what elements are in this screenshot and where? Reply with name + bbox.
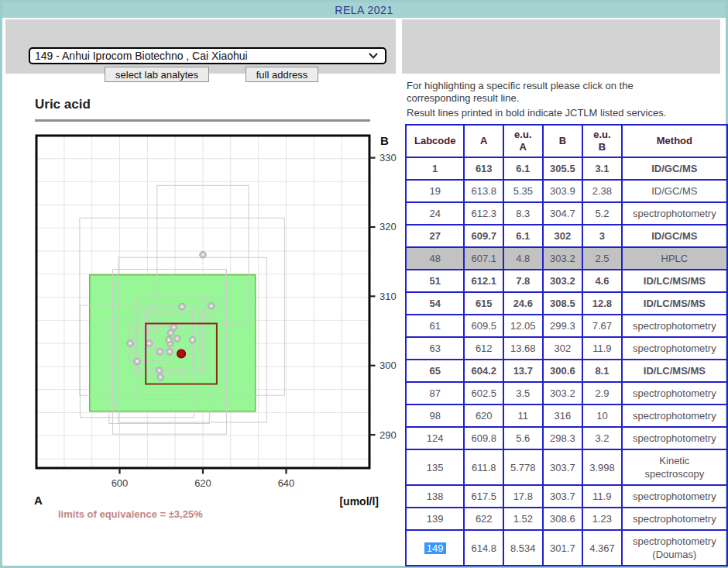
value-cell[interactable]: 8.534 [503, 530, 543, 566]
value-cell[interactable]: 609.5 [464, 315, 503, 337]
value-cell[interactable]: 11.9 [582, 485, 622, 508]
value-cell[interactable]: 612 [464, 337, 503, 360]
value-cell[interactable]: 5.35 [503, 180, 543, 202]
value-cell[interactable]: 3 [582, 225, 622, 247]
value-cell[interactable]: 4.6 [582, 270, 622, 292]
labcode-cell[interactable]: 51 [406, 270, 464, 292]
result-row-65[interactable]: 65604.213.7300.68.1ID/LC/MS/MS [406, 360, 727, 382]
labcode-cell[interactable]: 124 [406, 427, 464, 449]
value-cell[interactable]: 12.8 [582, 292, 622, 315]
value-cell[interactable]: 303.7 [543, 485, 583, 508]
result-row-135[interactable]: 135611.85.778303.73.998Kinetic spectrosc… [406, 449, 727, 485]
value-cell[interactable]: 5.6 [503, 427, 543, 449]
value-cell[interactable]: 13.7 [503, 360, 543, 382]
value-cell[interactable]: 316 [543, 404, 583, 427]
labcode-cell[interactable]: 24 [406, 202, 464, 225]
value-cell[interactable]: 602.5 [464, 382, 503, 404]
value-cell[interactable]: 3.5 [503, 382, 543, 404]
value-cell[interactable]: 7.67 [582, 315, 622, 337]
result-row-48[interactable]: 48607.14.8303.22.5HPLC [406, 247, 727, 270]
value-cell[interactable]: 4.367 [582, 530, 622, 566]
value-cell[interactable]: 17.8 [503, 485, 543, 508]
value-cell[interactable]: 303.9 [543, 180, 583, 202]
result-row-124[interactable]: 124609.85.6298.33.2spectrophotometry [406, 427, 727, 449]
value-cell[interactable]: 11 [503, 404, 543, 427]
value-cell[interactable]: 11.9 [582, 337, 622, 360]
result-row-51[interactable]: 51612.17.8303.24.6ID/LC/MS/MS [406, 270, 727, 292]
result-row-63[interactable]: 6361213.6830211.9spectrophotometry [406, 337, 727, 360]
method-cell[interactable]: spectrophotometry [622, 427, 727, 449]
value-cell[interactable]: 609.8 [464, 427, 503, 449]
value-cell[interactable]: 10 [582, 404, 622, 427]
value-cell[interactable]: 612.1 [464, 270, 503, 292]
method-cell[interactable]: spectrophotometry (Doumas) [622, 530, 727, 566]
result-row-61[interactable]: 61609.512.05299.37.67spectrophotometry [406, 315, 727, 337]
value-cell[interactable]: 302 [543, 225, 583, 247]
value-cell[interactable]: 2.9 [582, 382, 622, 404]
labcode-cell[interactable]: 149 [406, 530, 464, 566]
labcode-cell[interactable]: 54 [406, 292, 464, 315]
value-cell[interactable]: 1.23 [582, 508, 622, 530]
value-cell[interactable]: 8.1 [582, 360, 622, 382]
value-cell[interactable]: 301.7 [543, 530, 583, 566]
result-row-54[interactable]: 5461524.6308.512.8ID/LC/MS/MS [406, 292, 727, 315]
method-cell[interactable]: ID/LC/MS/MS [622, 292, 727, 315]
value-cell[interactable]: 302 [543, 337, 583, 360]
value-cell[interactable]: 5.778 [503, 449, 543, 485]
labcode-cell[interactable]: 48 [406, 247, 464, 270]
value-cell[interactable]: 5.2 [582, 202, 622, 225]
labcode-cell[interactable]: 63 [406, 337, 464, 360]
labcode-cell[interactable]: 19 [406, 180, 464, 202]
result-row-1[interactable]: 16136.1305.53.1ID/GC/MS [406, 157, 727, 180]
result-row-27[interactable]: 27609.76.13023ID/GC/MS [406, 225, 727, 247]
value-cell[interactable]: 617.5 [464, 485, 503, 508]
result-row-139[interactable]: 1396221.52308.61.23spectrophotometry [406, 508, 727, 530]
labcode-cell[interactable]: 65 [406, 360, 464, 382]
result-row-87[interactable]: 87602.53.5303.22.9spectrophotometry [406, 382, 727, 404]
method-cell[interactable]: spectrophotometry [622, 337, 727, 360]
method-cell[interactable]: spectrophotometry [622, 382, 727, 404]
value-cell[interactable]: 300.6 [543, 360, 583, 382]
value-cell[interactable]: 615 [464, 292, 503, 315]
value-cell[interactable]: 298.3 [543, 427, 583, 449]
value-cell[interactable]: 612.3 [464, 202, 503, 225]
labcode-cell[interactable]: 135 [406, 449, 464, 485]
value-cell[interactable]: 2.38 [582, 180, 622, 202]
value-cell[interactable]: 304.7 [543, 202, 583, 225]
method-cell[interactable]: Kinetic spectroscopy [622, 449, 727, 485]
value-cell[interactable]: 611.8 [464, 449, 503, 485]
value-cell[interactable]: 13.68 [503, 337, 543, 360]
value-cell[interactable]: 614.8 [464, 530, 503, 566]
result-row-138[interactable]: 138617.517.8303.711.9spectrophotometry [406, 485, 727, 508]
value-cell[interactable]: 308.6 [543, 508, 583, 530]
labcode-cell[interactable]: 87 [406, 382, 464, 404]
value-cell[interactable]: 4.8 [503, 247, 543, 270]
labcode-cell[interactable]: 138 [406, 485, 464, 508]
value-cell[interactable]: 8.3 [503, 202, 543, 225]
result-row-19[interactable]: 19613.85.35303.92.38ID/GC/MS [406, 180, 727, 202]
value-cell[interactable]: 3.998 [582, 449, 622, 485]
value-cell[interactable]: 308.5 [543, 292, 583, 315]
value-cell[interactable]: 12.05 [503, 315, 543, 337]
value-cell[interactable]: 303.2 [543, 247, 583, 270]
result-row-24[interactable]: 24612.38.3304.75.2spectrophotometry [406, 202, 727, 225]
value-cell[interactable]: 609.7 [464, 225, 503, 247]
labcode-cell[interactable]: 98 [406, 404, 464, 427]
result-row-98[interactable]: 986201131610spectrophotometry [406, 404, 727, 427]
value-cell[interactable]: 604.2 [464, 360, 503, 382]
value-cell[interactable]: 6.1 [503, 157, 543, 180]
method-cell[interactable]: spectrophotometry [622, 508, 727, 530]
method-cell[interactable]: ID/GC/MS [622, 225, 727, 247]
labcode-cell[interactable]: 61 [406, 315, 464, 337]
method-cell[interactable]: ID/LC/MS/MS [622, 270, 727, 292]
method-cell[interactable]: ID/LC/MS/MS [622, 360, 727, 382]
value-cell[interactable]: 2.5 [582, 247, 622, 270]
value-cell[interactable]: 6.1 [503, 225, 543, 247]
value-cell[interactable]: 303.2 [543, 382, 583, 404]
method-cell[interactable]: spectrophotometry [622, 315, 727, 337]
value-cell[interactable]: 7.8 [503, 270, 543, 292]
method-cell[interactable]: HPLC [622, 247, 727, 270]
result-row-149[interactable]: 149614.88.534301.74.367spectrophotometry… [406, 530, 727, 566]
value-cell[interactable]: 303.2 [543, 270, 583, 292]
value-cell[interactable]: 305.5 [543, 157, 583, 180]
